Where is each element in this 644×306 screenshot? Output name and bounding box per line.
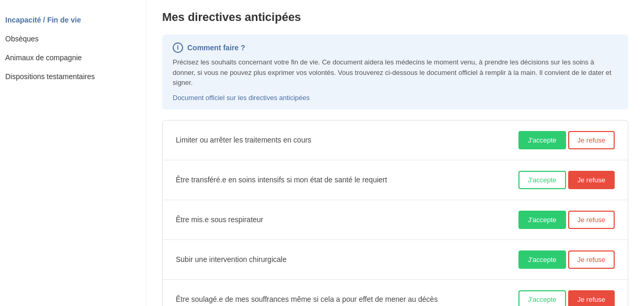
accept-button-3[interactable]: J'accepte: [518, 211, 566, 229]
sidebar-item-animaux[interactable]: Animaux de compagnie: [5, 48, 135, 67]
directive-label-4: Subir une intervention chirurgicale: [176, 255, 518, 264]
directive-label-2: Être transféré.e en soins intensifs si m…: [176, 176, 518, 184]
sidebar-item-dispositions[interactable]: Dispositions testamentaires: [5, 67, 135, 86]
refuse-button-1[interactable]: Je refuse: [568, 131, 615, 149]
directive-buttons-4: J'accepteJe refuse: [518, 250, 615, 269]
directive-row-1: Limiter ou arrêter les traitements en co…: [163, 121, 628, 160]
directive-buttons-5: J'accepteJe refuse: [518, 290, 615, 307]
refuse-button-2[interactable]: Je refuse: [568, 171, 615, 189]
accept-button-4[interactable]: J'accepte: [518, 250, 566, 269]
directive-buttons-2: J'accepteJe refuse: [518, 171, 615, 189]
info-box-header: i Comment faire ?: [173, 42, 618, 53]
info-icon: i: [173, 42, 183, 53]
refuse-button-3[interactable]: Je refuse: [568, 211, 615, 229]
accept-button-2[interactable]: J'accepte: [518, 171, 566, 189]
directive-row-5: Être soulagé.e de mes souffrances même s…: [163, 280, 628, 307]
sidebar-item-obseques[interactable]: Obsèques: [5, 29, 135, 48]
directive-row-4: Subir une intervention chirurgicaleJ'acc…: [163, 240, 628, 280]
directive-label-1: Limiter ou arrêter les traitements en co…: [176, 136, 518, 144]
sidebar-item-incapacite[interactable]: Incapacité / Fin de vie: [5, 10, 135, 29]
refuse-button-4[interactable]: Je refuse: [568, 250, 615, 269]
info-box-link[interactable]: Document officiel sur les directives ant…: [173, 94, 310, 102]
directive-label-5: Être soulagé.e de mes souffrances même s…: [176, 295, 518, 303]
directives-container: Limiter ou arrêter les traitements en co…: [162, 120, 628, 307]
directive-label-3: Être mis.e sous respirateur: [176, 215, 518, 224]
info-box: i Comment faire ? Précisez les souhaits …: [162, 35, 628, 110]
accept-button-1[interactable]: J'accepte: [518, 131, 566, 149]
accept-button-5[interactable]: J'accepte: [518, 290, 566, 307]
info-box-text: Précisez les souhaits concernant votre f…: [173, 57, 618, 88]
directive-row-3: Être mis.e sous respirateurJ'accepteJe r…: [163, 200, 628, 240]
directive-buttons-1: J'accepteJe refuse: [518, 131, 615, 149]
info-box-title: Comment faire ?: [187, 43, 245, 52]
main-content: Mes directives anticipées i Comment fair…: [146, 0, 644, 306]
refuse-button-5[interactable]: Je refuse: [568, 290, 615, 307]
sidebar: Incapacité / Fin de vieObsèquesAnimaux d…: [0, 0, 146, 306]
directive-row-2: Être transféré.e en soins intensifs si m…: [163, 160, 628, 200]
page-title: Mes directives anticipées: [162, 10, 628, 24]
directive-buttons-3: J'accepteJe refuse: [518, 211, 615, 229]
